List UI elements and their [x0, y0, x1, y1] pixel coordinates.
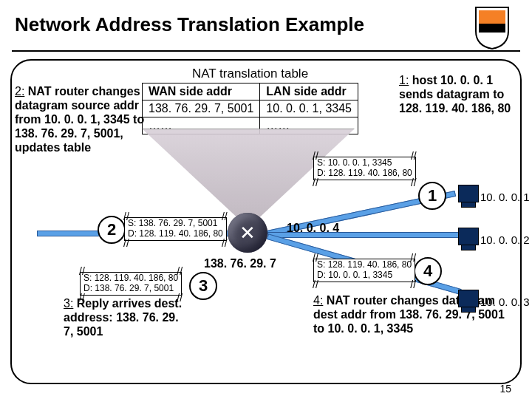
svg-rect-1 [479, 24, 505, 33]
step-marker-1: 1 [418, 182, 446, 210]
nat-table-caption: NAT translation table [142, 66, 358, 83]
nat-router-icon: ✕ [228, 213, 267, 253]
step-marker-3: 3 [189, 272, 217, 300]
nat-table-cell: 10. 0. 0. 1, 3345 [260, 100, 358, 117]
svg-rect-0 [479, 10, 505, 24]
step-marker-4: 4 [414, 257, 442, 285]
packet-1-dst: D: 128. 119. 40. 186, 80 [317, 168, 412, 179]
slide-number: 15 [499, 383, 511, 395]
slide-title: Network Address Translation Example [15, 13, 364, 36]
router-lan-ip: 10. 0. 0. 4 [287, 222, 339, 235]
nat-table-cell: 138. 76. 29. 7, 5001 [143, 100, 260, 117]
step-marker-2: 2 [98, 216, 126, 244]
step-1-body: host 10. 0. 0. 1 sends datagram to 128. … [399, 74, 511, 115]
step-2-number: 2: [15, 85, 24, 98]
title-divider [12, 50, 520, 52]
nat-table-row: 138. 76. 29. 7, 5001 10. 0. 0. 1, 3345 [143, 100, 358, 117]
packet-2: //// S: 138. 76. 29. 7, 5001 D: 128. 119… [124, 217, 227, 241]
nat-translation-table: NAT translation table WAN side addr LAN … [142, 66, 358, 134]
router-arrows-icon: ✕ [239, 222, 256, 245]
step-2-text: 2: NAT router changes datagram source ad… [15, 85, 151, 154]
packet-2-dst: D: 128. 119. 40. 186, 80 [128, 229, 223, 239]
host-icon [458, 185, 479, 202]
host-icon [458, 290, 479, 307]
packet-4-dst: D: 10. 0. 0. 1, 3345 [317, 270, 412, 281]
packet-3-dst: D: 138. 76. 29. 7, 5001 [83, 284, 178, 294]
packet-1: //// S: 10. 0. 0. 1, 3345 D: 128. 119. 4… [313, 157, 416, 180]
host-1-ip: 10. 0. 0. 1 [480, 191, 530, 203]
step-1-text: 1: host 10. 0. 0. 1 sends datagram to 12… [399, 74, 525, 116]
nat-table-header-row: WAN side addr LAN side addr [143, 83, 358, 100]
packet-3-src: S: 128. 119. 40. 186, 80 [83, 273, 178, 284]
nat-table-header-wan: WAN side addr [143, 83, 260, 100]
step-2-body: NAT router changes datagram source addr … [15, 85, 144, 154]
packet-2-src: S: 138. 76. 29. 7, 5001 [128, 219, 223, 229]
packet-4-src: S: 128. 119. 40. 186, 80 [317, 260, 412, 270]
step-4-number: 4: [313, 294, 323, 307]
nat-table-header-lan: LAN side addr [260, 83, 358, 100]
packet-4: //// S: 128. 119. 40. 186, 80 D: 10. 0. … [313, 259, 415, 282]
packet-1-src: S: 10. 0. 0. 1, 3345 [317, 158, 412, 168]
host-icon [458, 228, 479, 245]
step-3-number: 3: [64, 297, 73, 310]
packet-3: //// S: 128. 119. 40. 186, 80 D: 138. 76… [80, 272, 182, 296]
host-2-ip: 10. 0. 0. 2 [480, 233, 530, 246]
princeton-crest-icon [474, 6, 510, 50]
router-wan-ip: 138. 76. 29. 7 [204, 257, 276, 270]
host-3-ip: 10. 0. 0. 3 [480, 296, 530, 308]
step-1-number: 1: [399, 74, 409, 86]
